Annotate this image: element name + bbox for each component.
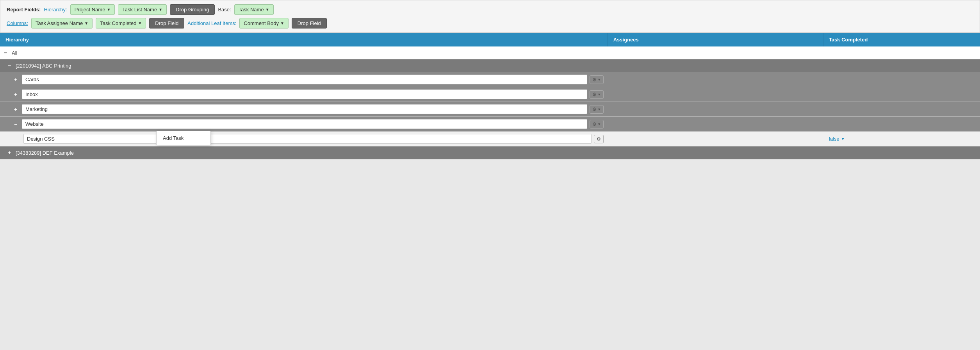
columns-link[interactable]: Columns: xyxy=(7,20,28,26)
gear-icon: ⚙ xyxy=(597,136,601,142)
toolbar-row-hierarchy: Report Fields: Hierarchy: Project Name ▼… xyxy=(7,4,973,15)
chevron-down-icon: ▼ xyxy=(841,137,845,141)
expand-icon[interactable]: + xyxy=(14,106,20,112)
table-row: − [22010942] ABC Printing xyxy=(0,59,980,72)
table-row: + ⚙ ▼ xyxy=(0,72,980,87)
chevron-down-icon: ▼ xyxy=(107,7,110,12)
report-table: Hierarchy Assignees Task Completed − All xyxy=(0,33,980,159)
task-name-button[interactable]: Task Name ▼ xyxy=(234,4,274,15)
table-row: ⚙ false ▼ xyxy=(0,132,980,146)
header-hierarchy: Hierarchy xyxy=(0,33,608,46)
assignees-cell xyxy=(608,87,823,102)
task-completed-cell: false ▼ xyxy=(823,132,980,146)
gear-icon: ⚙ xyxy=(592,92,597,97)
hierarchy-cell: + [34383289] DEF Example xyxy=(0,146,608,159)
expand-icon[interactable]: + xyxy=(14,91,20,98)
base-label: Base: xyxy=(218,7,231,12)
chevron-down-icon: ▼ xyxy=(280,21,284,25)
drop-field-button-1[interactable]: Drop Field xyxy=(149,18,184,29)
tasklist-input[interactable] xyxy=(22,89,587,99)
task-completed-cell xyxy=(823,72,980,87)
chevron-down-icon: ▼ xyxy=(597,107,601,111)
task-completed-cell xyxy=(823,59,980,72)
hierarchy-cell: + ⚙ ▼ xyxy=(0,87,608,102)
hierarchy-cell: + ⚙ ▼ xyxy=(0,102,608,117)
task-completed-cell xyxy=(823,146,980,159)
additional-leaf-label: Additional Leaf Items: xyxy=(187,20,236,26)
task-input[interactable] xyxy=(23,134,592,144)
tasklist-input[interactable] xyxy=(22,104,587,114)
chevron-down-icon: ▼ xyxy=(597,93,601,96)
comment-body-button[interactable]: Comment Body ▼ xyxy=(239,18,289,29)
assignees-cell xyxy=(608,72,823,87)
row-label: [34383289] DEF Example xyxy=(16,150,604,156)
hierarchy-cell: − [22010942] ABC Printing xyxy=(0,59,608,72)
report-table-wrapper: Hierarchy Assignees Task Completed − All xyxy=(0,33,980,159)
task-completed-button[interactable]: Task Completed ▼ xyxy=(96,18,146,29)
chevron-down-icon: ▼ xyxy=(265,7,269,12)
assignees-cell xyxy=(608,132,823,146)
toolbar: Report Fields: Hierarchy: Project Name ▼… xyxy=(0,0,980,33)
assignees-cell xyxy=(608,117,823,132)
drop-grouping-button[interactable]: Drop Grouping xyxy=(170,4,215,15)
hierarchy-cell: − All xyxy=(0,46,608,59)
tasklist-input[interactable] xyxy=(22,119,587,129)
row-label: [22010942] ABC Printing xyxy=(16,63,604,69)
gear-button[interactable]: ⚙ ▼ xyxy=(590,90,604,99)
report-fields-label: Report Fields: xyxy=(7,7,41,12)
collapse-icon[interactable]: − xyxy=(14,121,20,127)
assignees-cell xyxy=(608,146,823,159)
gear-button[interactable]: ⚙ ▼ xyxy=(590,105,604,114)
assignees-cell xyxy=(608,102,823,117)
task-completed-cell xyxy=(823,87,980,102)
task-completed-cell xyxy=(823,102,980,117)
table-row: + ⚙ ▼ xyxy=(0,102,980,117)
context-dropdown: Add Task xyxy=(156,131,211,145)
gear-icon: ⚙ xyxy=(592,107,597,112)
task-completed-cell xyxy=(823,117,980,132)
table-row: + [34383289] DEF Example xyxy=(0,146,980,159)
task-list-name-button[interactable]: Task List Name ▼ xyxy=(118,4,167,15)
table-row: − ⚙ ▼ Add Task xyxy=(0,117,980,132)
chevron-down-icon: ▼ xyxy=(159,7,162,12)
false-value-dropdown[interactable]: false ▼ xyxy=(823,133,850,145)
gear-button[interactable]: ⚙ xyxy=(594,135,604,143)
assignees-cell xyxy=(608,46,823,59)
hierarchy-cell: ⚙ xyxy=(0,132,608,146)
hierarchy-cell: + ⚙ ▼ xyxy=(0,72,608,87)
header-task-completed: Task Completed xyxy=(823,33,980,46)
gear-icon: ⚙ xyxy=(592,77,597,82)
tasklist-input[interactable] xyxy=(22,75,587,84)
expand-icon[interactable]: + xyxy=(8,150,13,156)
collapse-icon[interactable]: − xyxy=(4,50,9,56)
task-completed-cell xyxy=(823,46,980,59)
add-task-item[interactable]: Add Task xyxy=(157,131,210,145)
header-assignees: Assignees xyxy=(608,33,823,46)
hierarchy-cell: − ⚙ ▼ Add Task xyxy=(0,117,608,132)
table-row: + ⚙ ▼ xyxy=(0,87,980,102)
table-header-row: Hierarchy Assignees Task Completed xyxy=(0,33,980,46)
gear-button[interactable]: ⚙ ▼ xyxy=(590,75,604,84)
gear-icon: ⚙ xyxy=(592,121,597,127)
chevron-down-icon: ▼ xyxy=(597,78,601,82)
toolbar-row-columns: Columns: Task Assignee Name ▼ Task Compl… xyxy=(7,18,973,29)
chevron-down-icon: ▼ xyxy=(597,122,601,126)
expand-icon[interactable]: + xyxy=(14,77,20,83)
hierarchy-link[interactable]: Hierarchy: xyxy=(44,7,67,12)
row-label: All xyxy=(12,50,604,56)
chevron-down-icon: ▼ xyxy=(138,21,142,25)
chevron-down-icon: ▼ xyxy=(84,21,88,25)
table-row: − All xyxy=(0,46,980,59)
collapse-icon[interactable]: − xyxy=(8,62,13,69)
task-assignee-name-button[interactable]: Task Assignee Name ▼ xyxy=(31,18,93,29)
project-name-button[interactable]: Project Name ▼ xyxy=(70,4,115,15)
gear-button[interactable]: ⚙ ▼ xyxy=(590,120,604,129)
drop-field-button-2[interactable]: Drop Field xyxy=(292,18,327,29)
assignees-cell xyxy=(608,59,823,72)
